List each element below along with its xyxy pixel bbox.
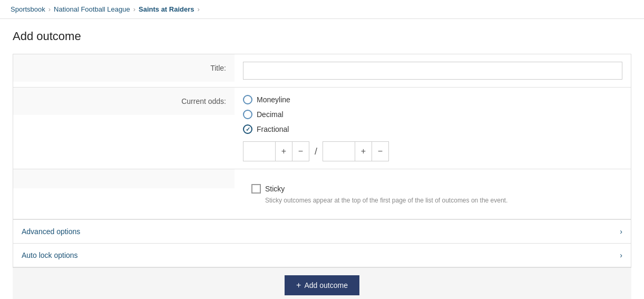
title-field-cell [235, 54, 631, 87]
advanced-options-arrow-icon: › [620, 227, 622, 236]
fraction-numerator-input[interactable]: 1 [243, 143, 275, 160]
sticky-label: Sticky [265, 185, 285, 193]
breadcrumb-current[interactable]: Saints at Raiders [139, 5, 194, 13]
auto-lock-arrow-icon: › [620, 251, 622, 259]
fraction-denominator-minus-button[interactable]: − [372, 142, 388, 161]
sticky-checkbox[interactable] [251, 184, 261, 194]
radio-moneyline[interactable]: Moneyline [243, 95, 622, 104]
fraction-denominator-group: 1 + − [323, 141, 389, 161]
fractional-controls: 1 + − / 1 + − [243, 141, 622, 161]
fraction-separator: / [309, 146, 323, 157]
fraction-numerator-minus-button[interactable]: − [292, 142, 309, 161]
breadcrumb: Sportsbook › National Football League › … [0, 0, 644, 19]
radio-label-fractional: Fractional [257, 125, 289, 133]
radio-circle-fractional [243, 124, 252, 134]
form-container: Title: Current odds: Moneyline [13, 54, 631, 267]
radio-label-decimal: Decimal [257, 110, 284, 119]
add-outcome-button[interactable]: + Add outcome [285, 275, 359, 295]
fraction-numerator-group: 1 + − [243, 141, 309, 161]
fraction-numerator-plus-button[interactable]: + [275, 142, 292, 161]
radio-circle-moneyline [243, 95, 252, 104]
sticky-checkbox-label-row: Sticky [251, 184, 614, 194]
submit-label: Add outcome [304, 281, 348, 290]
breadcrumb-sportsbook[interactable]: Sportsbook [11, 5, 45, 13]
page-wrapper: Sportsbook › National Football League › … [0, 0, 644, 299]
title-input[interactable] [243, 62, 622, 80]
breadcrumb-sep-1: › [48, 5, 51, 13]
sticky-field-cell: Sticky Sticky outcomes appear at the top… [235, 169, 631, 219]
title-label: Title: [13, 54, 235, 82]
sticky-hint: Sticky outcomes appear at the top of the… [265, 197, 614, 204]
advanced-options-label: Advanced options [22, 227, 80, 236]
odds-label: Current odds: [13, 88, 235, 115]
radio-decimal[interactable]: Decimal [243, 110, 622, 119]
fraction-denominator-input[interactable]: 1 [323, 143, 355, 160]
breadcrumb-sep-3: › [198, 5, 200, 13]
breadcrumb-sep-2: › [133, 5, 135, 13]
fraction-denominator-plus-button[interactable]: + [355, 142, 372, 161]
breadcrumb-nfl[interactable]: National Football League [54, 5, 130, 13]
odds-field-cell: Moneyline Decimal Fractional [235, 88, 631, 169]
page-title: Add outcome [13, 30, 631, 43]
advanced-options-row[interactable]: Advanced options › [13, 219, 631, 243]
title-row: Title: [13, 54, 631, 88]
radio-circle-decimal [243, 110, 252, 119]
sticky-label-cell [13, 169, 235, 188]
radio-label-moneyline: Moneyline [257, 95, 290, 104]
form-footer: + Add outcome [13, 267, 631, 299]
odds-radio-group: Moneyline Decimal Fractional [243, 95, 622, 134]
auto-lock-options-row[interactable]: Auto lock options › [13, 243, 631, 267]
plus-icon: + [296, 281, 301, 290]
sticky-row: Sticky Sticky outcomes appear at the top… [13, 169, 631, 219]
sticky-checkbox-container: Sticky Sticky outcomes appear at the top… [243, 177, 622, 211]
auto-lock-options-label: Auto lock options [22, 251, 78, 259]
odds-row: Current odds: Moneyline Decimal [13, 88, 631, 169]
page-content: Add outcome Title: Current odds: [0, 19, 644, 299]
radio-fractional[interactable]: Fractional [243, 124, 622, 134]
